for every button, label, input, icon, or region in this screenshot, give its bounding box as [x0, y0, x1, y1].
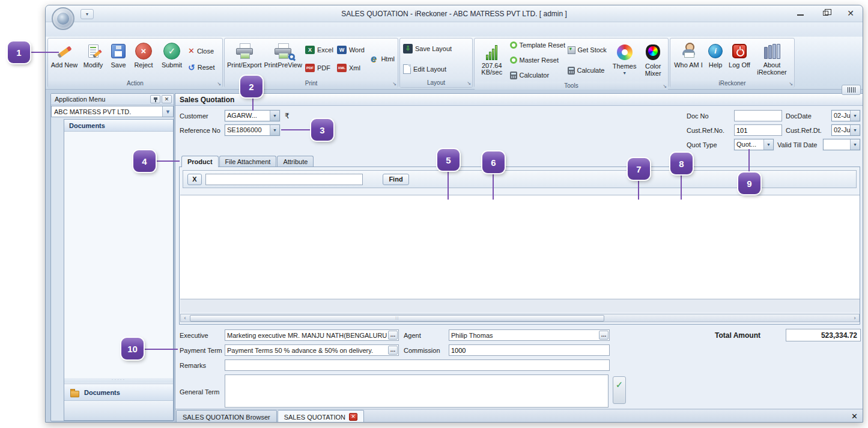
callout-badge-2: 2 [240, 76, 263, 97]
payment-term-field[interactable]: Payment Terms 50 % advance & 50% on deli… [225, 344, 399, 356]
doc-no-label: Doc No [687, 112, 709, 120]
template-reset-button[interactable]: Template Reset [508, 39, 566, 51]
tab-sales-quotation-browser[interactable]: SALES QUOTATION Browser [176, 410, 277, 423]
close-document-button[interactable]: ✕ [851, 412, 858, 421]
word-export-button[interactable]: W Word [335, 44, 366, 56]
callout-line [144, 349, 178, 350]
close-button[interactable]: ✕ Close [186, 45, 216, 57]
reference-no-label: Reference No [180, 127, 220, 134]
modify-button[interactable]: Modify [79, 39, 107, 79]
print-preview-button[interactable]: PrintPreView [263, 39, 303, 79]
save-layout-button[interactable]: ⇩ Save Layout [401, 43, 471, 55]
tab-product[interactable]: Product [181, 156, 219, 167]
tab-attribute[interactable]: Attribute [277, 156, 314, 167]
help-button[interactable]: i Help [705, 39, 726, 79]
master-reset-button[interactable]: Master Reset [508, 54, 566, 66]
agent-lookup-button[interactable]: … [599, 331, 609, 340]
save-button[interactable]: Save [107, 39, 130, 79]
cust-ref-dt-picker[interactable]: 02-Ju▼ [831, 124, 860, 136]
reset-button[interactable]: ↺ Reset [186, 61, 216, 73]
restore-icon [823, 11, 828, 16]
callout-badge-9: 9 [738, 173, 760, 194]
print-export-button[interactable]: Print/Export [226, 39, 263, 79]
close-tab-icon[interactable]: ✕ [349, 413, 357, 421]
restore-button[interactable] [819, 8, 831, 19]
chevron-down-icon: ▼ [850, 111, 860, 121]
person-icon [681, 43, 696, 60]
dialog-launcher-icon[interactable]: ↘ [789, 80, 793, 88]
title-bar: SALES QUOTATION - iReckoner - ABC MATRES… [46, 5, 863, 22]
documents-panel-header: Documents [64, 120, 173, 132]
color-mixer-button[interactable]: Color Mixer [639, 40, 667, 80]
doc-date-picker[interactable]: 02-Ju▼ [831, 110, 860, 121]
ribbon-group-tools: 207.64 KB/sec Template Reset Master Rese… [474, 38, 669, 88]
ribbon-tabs [46, 22, 863, 37]
quick-access-dropdown[interactable]: ▾ [80, 9, 94, 19]
payment-term-lookup-button[interactable]: … [388, 346, 398, 355]
clear-search-button[interactable]: X [187, 174, 202, 185]
agent-field[interactable]: Philip Thomas … [449, 329, 610, 341]
pin-button[interactable] [150, 95, 160, 103]
dropdown-arrow-icon: ▼ [270, 111, 279, 121]
tab-sales-quotation[interactable]: SALES QUOTATION ✕ [278, 410, 364, 423]
cust-ref-no-input[interactable] [734, 124, 782, 136]
calculator-icon [510, 72, 517, 79]
barcode-button[interactable] [842, 85, 861, 95]
sidebar-item-documents-bar[interactable]: Documents [64, 384, 173, 401]
calculator-button[interactable]: Calculator [508, 69, 566, 81]
excel-icon: X [305, 46, 315, 54]
search-input[interactable] [205, 174, 363, 185]
horizontal-scrollbar[interactable]: ‹ ∷ › [180, 314, 860, 322]
close-panel-button[interactable]: ✕ [162, 95, 172, 103]
themes-button[interactable]: Themes ▼ [610, 40, 640, 80]
edit-layout-button[interactable]: Edit Layout [401, 63, 471, 75]
add-new-button[interactable]: Add New [49, 39, 79, 79]
cust-ref-no-label: Cust.Ref.No. [687, 127, 724, 134]
themes-color-wheel-icon [617, 44, 633, 60]
agent-label: Agent [404, 332, 421, 339]
word-icon: W [337, 46, 347, 54]
about-ireckoner-button[interactable]: About iReckoner [753, 39, 791, 79]
reference-no-combo[interactable]: SE1806000▼ [225, 124, 280, 136]
executive-lookup-button[interactable]: … [388, 331, 398, 340]
general-term-textarea[interactable] [225, 374, 609, 408]
group-label-ireckoner: iReckoner [718, 80, 745, 87]
calculate-icon [568, 67, 575, 75]
dialog-launcher-icon[interactable]: ↘ [467, 79, 471, 88]
doc-no-input[interactable] [734, 110, 782, 121]
scroll-left-icon[interactable]: ‹ [181, 314, 189, 322]
calculate-button[interactable]: Calculate [566, 64, 610, 76]
pdf-export-button[interactable]: PDF PDF [303, 62, 335, 74]
log-off-button[interactable]: Log Off [726, 39, 753, 79]
close-window-button[interactable]: ✕ [845, 8, 857, 19]
minimize-button[interactable] [794, 8, 806, 19]
find-button[interactable]: Find [383, 174, 409, 185]
who-am-i-button[interactable]: Who AM I [672, 39, 705, 79]
general-term-label: General Term [180, 388, 219, 396]
remarks-input[interactable] [225, 359, 610, 371]
reset-arrow-icon: ↺ [188, 63, 195, 72]
xml-export-button[interactable]: XML Xml [335, 62, 366, 74]
app-logo-icon[interactable] [52, 7, 74, 30]
payment-term-label: Payment Term [180, 347, 222, 354]
company-selector[interactable]: ABC MATRESS PVT LTD. ▼ [51, 106, 174, 117]
splitter-grip[interactable]: ····· [64, 378, 173, 383]
excel-export-button[interactable]: X Excel [303, 44, 335, 56]
get-stock-button[interactable]: Get Stock [566, 44, 610, 56]
executive-field[interactable]: Marketing executive MR. MANJU NATH(BENGA… [225, 329, 399, 341]
commission-input[interactable] [449, 344, 610, 356]
dialog-launcher-icon[interactable]: ↘ [217, 80, 221, 88]
submit-button[interactable]: ✓ Submit [157, 39, 186, 79]
scroll-right-icon[interactable]: › [851, 314, 859, 322]
reject-button[interactable]: × Reject [130, 39, 157, 79]
dialog-launcher-icon[interactable]: ↘ [392, 80, 396, 88]
tab-file-attachment[interactable]: File Attachment [219, 156, 277, 167]
customer-combo[interactable]: AGARW...▼ [225, 110, 280, 121]
scrollbar-thumb[interactable]: ∷ [190, 315, 604, 322]
approve-check-button[interactable]: ✓ [613, 376, 626, 404]
quot-type-combo[interactable]: Quot...▼ [734, 139, 774, 150]
html-export-button[interactable]: e Html [366, 53, 396, 65]
xml-icon: XML [337, 64, 347, 72]
valid-till-date-picker[interactable]: ▼ [823, 139, 860, 150]
document-tab-bar: SALES QUOTATION Browser SALES QUOTATION … [175, 409, 863, 423]
